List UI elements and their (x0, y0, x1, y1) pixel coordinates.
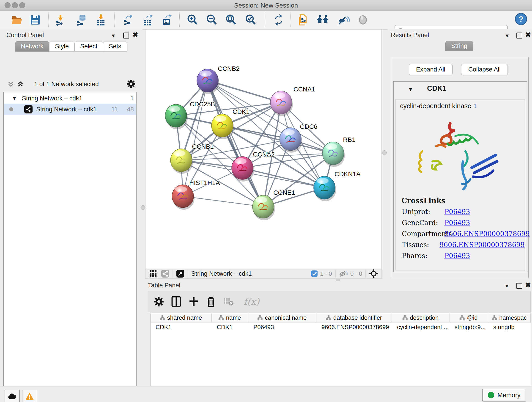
add-column-icon[interactable] (187, 295, 201, 308)
tab-style[interactable]: Style (49, 41, 75, 51)
tab-sets[interactable]: Sets (103, 41, 127, 51)
save-session-icon[interactable] (29, 13, 42, 26)
network-canvas[interactable]: CCNB2CCNA1CDC25BCDK1CDC6RB1CCNB1CCNA2CDK… (145, 29, 382, 269)
column-header-canonical-name[interactable]: canonical name (248, 313, 317, 322)
apply-layout-icon[interactable] (272, 13, 285, 26)
network-badge-icon[interactable] (161, 269, 169, 278)
network-options-gear-icon[interactable] (127, 79, 136, 89)
help-icon[interactable]: ? (515, 13, 527, 26)
crosslink-link[interactable]: 9606.ENSP00000378699 (439, 241, 525, 249)
export-image-icon[interactable] (160, 13, 173, 26)
zoom-selected-icon[interactable] (244, 13, 257, 26)
memory-button[interactable]: Memory (482, 389, 526, 402)
control-panel-tabs: NetworkStyleSelectSets (15, 41, 127, 51)
table-panel-maximize-icon[interactable] (516, 283, 522, 289)
cloud-status-button[interactable] (5, 390, 20, 402)
edge-CCNA2-CDKN1A[interactable] (242, 168, 324, 188)
string-home-icon[interactable] (316, 13, 329, 26)
node-CDKN1A[interactable]: CDKN1A (314, 171, 361, 201)
zoom-in-icon[interactable] (186, 13, 199, 26)
fit-selected-crosshair-icon[interactable] (369, 269, 378, 278)
node-CCNB1[interactable]: CCNB1 (171, 143, 214, 174)
hidden-items-eye-icon[interactable] (339, 270, 348, 277)
tab-select[interactable]: Select (75, 41, 103, 51)
left-splitter-handle[interactable] (141, 205, 145, 210)
column-header--id[interactable]: @id (450, 313, 488, 322)
import-table-icon[interactable] (94, 13, 107, 26)
expand-all-button[interactable]: Expand All (409, 64, 453, 75)
show-all-icon[interactable] (356, 13, 369, 26)
table-cell: CDK1 (151, 322, 212, 332)
control-panel-float-icon[interactable]: ▾ (112, 32, 115, 39)
string-results-box: Expand All Collapse All ▼ CDK1 cyclin-de… (392, 57, 529, 278)
function-builder-icon[interactable]: f(x) (239, 295, 264, 308)
results-panel-close-icon[interactable]: ✖ (525, 31, 531, 39)
edge-CCNB2-CCNE1[interactable] (208, 80, 263, 207)
network-graph[interactable]: CCNB2CCNA1CDC25BCDK1CDC6RB1CCNB1CCNA2CDK… (146, 30, 381, 269)
table-panel-float-icon[interactable]: ▾ (505, 282, 508, 289)
node-CCNA1[interactable]: CCNA1 (270, 86, 315, 116)
control-panel-maximize-icon[interactable] (123, 32, 129, 38)
results-panel-maximize-icon[interactable] (516, 32, 522, 38)
column-header-label: description (410, 314, 439, 321)
column-header-namespac[interactable]: namespac (488, 313, 531, 322)
crosslink-label: Pharos: (402, 252, 444, 260)
delete-column-icon[interactable] (204, 295, 218, 308)
birdseye-view-icon[interactable] (176, 269, 184, 278)
network-row-selected[interactable]: String Network – cdk1 11 48 (4, 104, 136, 115)
table-cell: stringdb (488, 322, 531, 332)
node-HIST1H1A[interactable]: HIST1H1A (172, 179, 220, 210)
crosslink-row: Uniprot:P06493 (402, 208, 525, 216)
import-network-database-icon[interactable] (75, 13, 88, 26)
zoom-out-icon[interactable] (205, 13, 218, 26)
expand-all-networks-icon[interactable] (17, 80, 24, 88)
crosslink-link[interactable]: P06493 (444, 252, 470, 260)
collapse-all-networks-icon[interactable] (7, 80, 15, 88)
table-settings-gear-icon[interactable] (152, 295, 166, 308)
export-table-icon[interactable] (142, 13, 154, 26)
column-header-label: database identifier (333, 314, 382, 321)
network-view-toolbar: String Network – cdk1 1 - 0 0 - 0 (145, 269, 382, 279)
import-network-file-icon[interactable] (54, 13, 67, 26)
column-header-database-identifier[interactable]: database identifier (317, 313, 392, 322)
edge-CCNB2-HIST1H1A[interactable] (183, 80, 208, 196)
column-header-name[interactable]: name (212, 313, 248, 322)
control-panel-close-icon[interactable]: ✖ (133, 31, 138, 39)
entry-collapse-icon[interactable]: ▼ (408, 86, 413, 93)
selected-count: 1 - 0 (320, 270, 332, 277)
crosslink-link[interactable]: P06493 (444, 219, 470, 227)
toolbar-separator (265, 13, 265, 27)
table-panel-close-icon[interactable]: ✖ (525, 281, 531, 289)
node-CCNB2[interactable]: CCNB2 (197, 65, 240, 94)
clone-network-icon[interactable] (297, 13, 309, 26)
table-row[interactable]: CDK1CDK1P064939606.ENSP00000378699cyclin… (151, 322, 531, 332)
tab-string[interactable]: String (445, 41, 473, 51)
export-network-icon[interactable] (121, 13, 134, 26)
collapse-all-button[interactable]: Collapse All (461, 64, 508, 75)
warnings-button[interactable] (22, 390, 37, 402)
crosslink-link[interactable]: P06493 (444, 208, 470, 216)
main-toolbar: ? (0, 11, 532, 30)
results-panel-float-icon[interactable]: ▾ (506, 32, 509, 39)
node-RB1[interactable]: RB1 (322, 136, 355, 167)
right-splitter-handle[interactable] (382, 150, 387, 155)
window-title: Session: New Session (0, 2, 532, 9)
edge-HIST1H1A-CCNE1[interactable] (183, 196, 263, 207)
node-label-CDKN1A: CDKN1A (335, 171, 361, 178)
open-file-icon[interactable] (11, 13, 23, 26)
grid-view-icon[interactable] (149, 270, 157, 278)
crosslink-link[interactable]: 9606.ENSP00000378699 (444, 230, 530, 238)
hide-selected-icon[interactable] (337, 13, 350, 26)
node-CCNE1[interactable]: CCNE1 (253, 189, 295, 220)
network-collection-row[interactable]: ▼ String Network – cdk1 1 (4, 92, 136, 104)
column-header-shared-name[interactable]: shared name (151, 313, 212, 322)
collection-expand-icon[interactable]: ▼ (12, 95, 17, 101)
selected-nodes-checkbox-icon[interactable] (311, 270, 318, 277)
toolbar-separator (188, 270, 188, 278)
tab-network[interactable]: Network (15, 41, 49, 51)
show-columns-icon[interactable] (169, 295, 183, 308)
column-header-description[interactable]: description (392, 313, 450, 322)
clear-table-icon[interactable] (222, 295, 235, 308)
node-CDC25B[interactable]: CDC25B (165, 101, 215, 129)
zoom-fit-icon[interactable] (225, 13, 237, 26)
